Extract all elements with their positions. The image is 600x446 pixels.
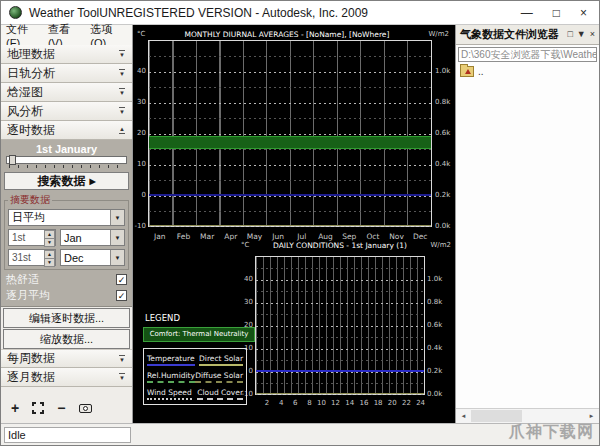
- legend-comfort-entry: Comfort: Thermal Neutrality: [143, 327, 255, 342]
- panel-title: 气象数据文件浏览器: [460, 27, 567, 42]
- axis-tick: 0.4k: [427, 343, 449, 353]
- from-day-value: 1st: [12, 232, 25, 243]
- maximize-button[interactable]: □: [553, 7, 560, 19]
- axis-tick: 0.6k: [435, 128, 455, 138]
- zoom-out-button[interactable]: −: [57, 401, 65, 415]
- sidebar-section-psychrometric-chart[interactable]: 焓湿图 ▼: [1, 83, 132, 102]
- spin-up-icon[interactable]: ▲: [44, 230, 55, 238]
- play-arrow-icon: ▶: [89, 177, 95, 186]
- daily-chart-title: DAILY CONDITIONS - 1st January (1): [273, 241, 407, 250]
- scrollbar-track[interactable]: [471, 409, 584, 423]
- sidebar-section-monthly-data[interactable]: 逐月数据 ▼: [1, 368, 132, 387]
- sidebar-section-sunpath-analysis[interactable]: 日轨分析 ▼: [1, 64, 132, 83]
- axis-tick: 0.0k: [427, 389, 449, 399]
- horizontal-scrollbar[interactable]: ◄ ►: [456, 408, 599, 423]
- date-slider[interactable]: [6, 156, 127, 164]
- folder-up-item[interactable]: ..: [460, 66, 595, 77]
- daily-right-axis-ticks: 1.0k0.8k0.6k0.4k0.2k0.0k: [427, 274, 449, 399]
- scroll-right-icon[interactable]: ►: [584, 409, 599, 423]
- monthly-left-axis-ticks: 403020100-10: [133, 66, 146, 231]
- date-slider-label: 1st January: [4, 143, 129, 156]
- close-panel-button[interactable]: ×: [590, 30, 595, 39]
- scale-data-button[interactable]: 缩放数据...: [3, 329, 130, 349]
- float-panel-button[interactable]: □: [567, 30, 572, 39]
- date-slider-thumb[interactable]: [9, 155, 16, 165]
- axis-tick: 24: [411, 399, 425, 407]
- chevron-down-icon: ▼: [119, 355, 125, 363]
- minimize-button[interactable]: —: [521, 7, 533, 19]
- to-month-select[interactable]: Dec ▼: [60, 249, 125, 266]
- close-button[interactable]: ×: [580, 7, 587, 19]
- legend-title: LEGEND: [145, 313, 180, 323]
- axis-tick: 20: [133, 128, 146, 138]
- edit-hourly-data-button[interactable]: 编辑逐时数据...: [3, 308, 130, 328]
- axis-tick: Mar: [195, 232, 219, 241]
- hourly-data-panel: 1st January 搜索数据 ▶ 摘要数据 日平均 ▼: [1, 140, 132, 307]
- from-day-spinner[interactable]: 1st ▲ ▼: [8, 229, 56, 246]
- monthly-left-unit: °C: [137, 30, 145, 39]
- axis-tick: 16: [354, 399, 368, 407]
- app-icon: [9, 6, 22, 19]
- camera-button[interactable]: [78, 402, 94, 415]
- axis-tick: -10: [133, 221, 146, 231]
- view-toolbar: + −: [1, 397, 132, 423]
- spin-up-icon[interactable]: ▲: [44, 250, 55, 258]
- axis-tick: 0.0k: [435, 221, 455, 231]
- spin-down-icon[interactable]: ▼: [44, 258, 55, 267]
- sidebar-section-weekly-data[interactable]: 每周数据 ▼: [1, 349, 132, 368]
- axis-tick: 10: [133, 159, 146, 169]
- chevron-down-icon: ▼: [119, 88, 125, 96]
- file-list: ..: [456, 63, 599, 408]
- to-day-spinner[interactable]: 31st ▲ ▼: [8, 249, 56, 266]
- legend-temperature: Temperature: [147, 354, 195, 366]
- chevron-up-icon: ▲: [119, 126, 125, 134]
- menu-bar: 文件(F) 查看(V) 选项(O): [1, 25, 132, 45]
- axis-tick: 0.2k: [427, 366, 449, 376]
- sidebar-section-hourly-data[interactable]: 逐时数据 ▲: [1, 121, 132, 140]
- daily-chart-plot: [255, 256, 425, 395]
- zoom-in-button[interactable]: +: [11, 401, 19, 415]
- panel-dropdown-button[interactable]: ▼: [577, 30, 586, 39]
- thermal-comfort-checkbox[interactable]: ✓: [116, 274, 127, 285]
- daily-right-unit: W/m2: [430, 241, 451, 250]
- path-combobox[interactable]: D:\360安全浏览器下载\Weathe: [458, 47, 597, 62]
- axis-tick: 40: [133, 66, 146, 76]
- summary-data-group: 摘要数据 日平均 ▼ 1st ▲ ▼: [4, 193, 129, 270]
- status-bar: Idle: [1, 423, 599, 445]
- monthly-right-axis-ticks: 1.0k0.8k0.6k0.4k0.2k0.0k: [435, 66, 455, 231]
- average-select[interactable]: 日平均 ▼: [8, 209, 125, 226]
- axis-tick: 30: [235, 297, 253, 307]
- axis-tick: Apr: [219, 232, 243, 241]
- chevron-down-icon[interactable]: ▼: [110, 230, 124, 245]
- chevron-down-icon[interactable]: ▼: [110, 250, 124, 265]
- axis-tick: 20: [383, 399, 397, 407]
- scrollbar-thumb[interactable]: [471, 410, 522, 422]
- sidebar-section-wind-analysis[interactable]: 风分析 ▼: [1, 102, 132, 121]
- legend-diffuse-solar: Diffuse Solar: [195, 371, 243, 383]
- chevron-down-icon: ▼: [119, 50, 125, 58]
- from-month-select[interactable]: Jan ▼: [60, 229, 125, 246]
- search-data-button[interactable]: 搜索数据 ▶: [4, 172, 129, 190]
- chart-canvas: °C MONTHLY DIURNAL AVERAGES - [NoName], …: [133, 25, 455, 423]
- weather-file-browser-panel: 气象数据文件浏览器 □ ▼ × D:\360安全浏览器下载\Weathe .. …: [455, 25, 599, 423]
- daily-left-unit: °C: [241, 241, 249, 250]
- chevron-down-icon[interactable]: ▼: [110, 210, 124, 225]
- status-text: Idle: [4, 427, 131, 443]
- axis-tick: Sep: [337, 232, 361, 241]
- fit-view-button[interactable]: [32, 402, 44, 414]
- scroll-left-icon[interactable]: ◄: [456, 409, 471, 423]
- monthly-chart-title: MONTHLY DIURNAL AVERAGES - [NoName], [No…: [184, 30, 389, 39]
- folder-up-label: ..: [478, 66, 484, 77]
- to-day-value: 31st: [12, 252, 31, 263]
- section-label: 地理数据: [7, 46, 55, 63]
- axis-tick: 4: [269, 399, 283, 407]
- axis-tick: Jul: [290, 232, 314, 241]
- axis-tick: 12: [326, 399, 340, 407]
- axis-tick: 6: [283, 399, 297, 407]
- axis-tick: 18: [368, 399, 382, 407]
- monthly-average-checkbox[interactable]: ✓: [116, 290, 127, 301]
- sidebar-section-geographic-data[interactable]: 地理数据 ▼: [1, 45, 132, 64]
- spin-down-icon[interactable]: ▼: [44, 238, 55, 247]
- chevron-down-icon: ▼: [119, 373, 125, 381]
- axis-tick: 14: [340, 399, 354, 407]
